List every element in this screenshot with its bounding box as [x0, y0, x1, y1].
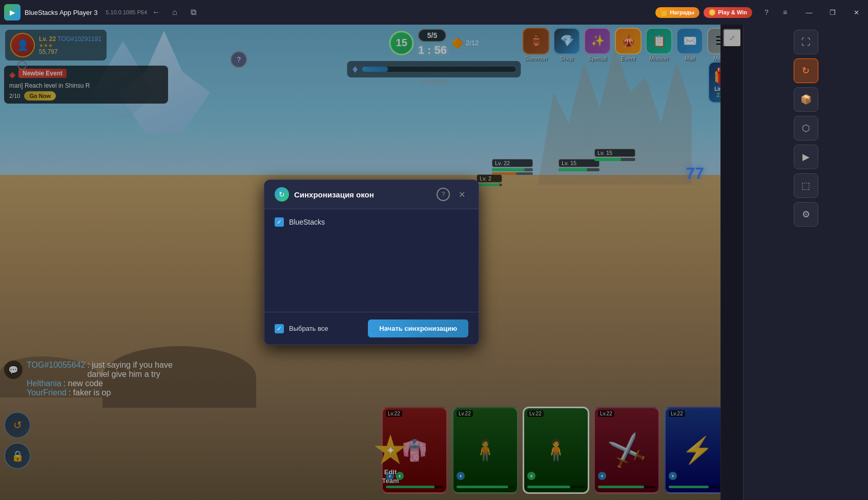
sidebar-hex-button[interactable]: ⬡ — [794, 116, 818, 141]
sidebar-sync-button[interactable]: ↻ — [794, 58, 818, 83]
sync-dialog-close-button[interactable]: ✕ — [455, 188, 468, 201]
sidebar-expand-button[interactable]: ⛶ — [794, 30, 818, 54]
app-logo: ▶ — [4, 4, 20, 21]
bluestacks-instance-label: BlueStacks — [289, 218, 325, 226]
play-win-coin-icon: 🪙 — [709, 9, 716, 16]
awards-label: Награды — [670, 9, 694, 15]
awards-crown-icon: 👑 — [660, 9, 668, 16]
dialog-overlay: ↻ Синхронизация окон ? ✕ ✓ BlueStacks ✓ … — [0, 25, 743, 500]
play-win-label: Play & Win — [718, 9, 747, 15]
sync-start-button[interactable]: Начать синхронизацию — [368, 319, 468, 337]
app-title: BlueStacks App Player 3 — [25, 9, 97, 16]
minimize-button[interactable]: — — [797, 0, 821, 25]
nav-home-button[interactable]: ⌂ — [166, 3, 184, 22]
settings-menu-button[interactable]: ≡ — [777, 4, 793, 21]
sync-dialog: ↻ Синхронизация окон ? ✕ ✓ BlueStacks ✓ … — [264, 179, 479, 345]
sidebar-layout-button[interactable]: ⬚ — [794, 173, 818, 198]
dialog-footer: ✓ Выбрать все Начать синхронизацию — [264, 312, 479, 345]
sidebar-apk-button[interactable]: 📦 — [794, 87, 818, 112]
nav-back-button[interactable]: ← — [147, 3, 166, 22]
bluestacks-checkbox[interactable]: ✓ — [275, 217, 284, 227]
instance-checkbox-row: ✓ BlueStacks — [275, 217, 468, 227]
titlebar-right-controls: ? ≡ — [758, 4, 793, 21]
right-sidebar: ⛶ ↻ 📦 ⬡ ▶ ⬚ ⚙ — [743, 0, 868, 500]
sync-dialog-help-button[interactable]: ? — [437, 188, 450, 201]
select-all-row: ✓ Выбрать все — [275, 324, 328, 333]
sidebar-play-button[interactable]: ▶ — [794, 145, 818, 169]
select-all-label: Выбрать все — [289, 325, 328, 332]
help-button[interactable]: ? — [758, 4, 775, 21]
close-button[interactable]: ✕ — [844, 0, 868, 25]
app-version: 5.10.0.1085 P64 — [106, 9, 147, 15]
select-all-checkbox[interactable]: ✓ — [275, 324, 284, 333]
sync-dialog-title: Синхронизация окон — [294, 190, 431, 199]
awards-badge[interactable]: 👑 Награды — [655, 7, 699, 18]
sidebar-settings-button[interactable]: ⚙ — [794, 202, 818, 227]
restore-button[interactable]: ❐ — [821, 0, 844, 25]
sync-dialog-icon: ↻ — [275, 187, 289, 202]
dialog-header: ↻ Синхронизация окон ? ✕ — [264, 180, 479, 209]
dialog-body: ✓ BlueStacks — [264, 209, 479, 312]
nav-multi-button[interactable]: ⧉ — [184, 3, 202, 22]
play-win-badge[interactable]: 🪙 Play & Win — [704, 7, 752, 18]
titlebar: ▶ BlueStacks App Player 3 5.10.0.1085 P6… — [0, 0, 868, 25]
